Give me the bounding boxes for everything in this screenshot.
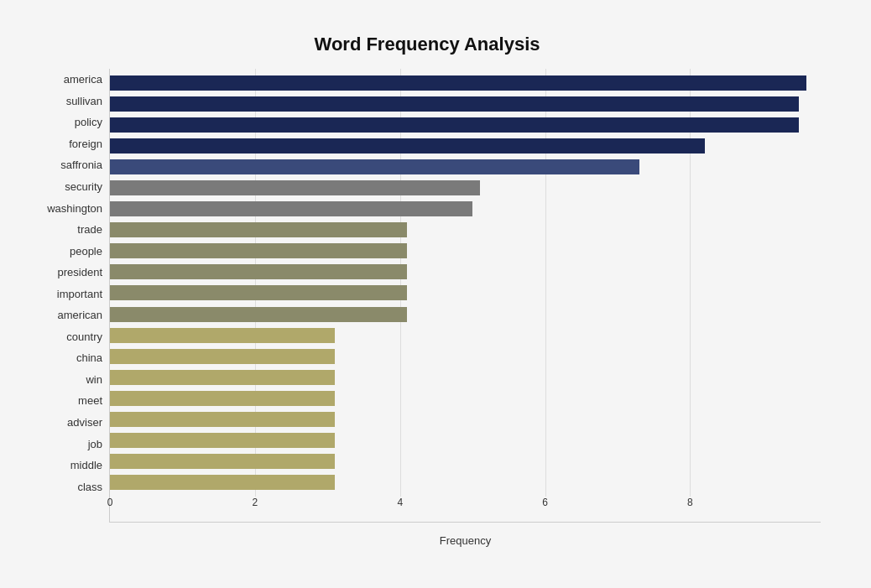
y-label: president — [34, 262, 109, 284]
bar-row — [110, 199, 821, 220]
bar — [110, 391, 335, 406]
bar — [110, 328, 335, 343]
bar — [110, 285, 407, 300]
y-label: security — [34, 176, 109, 198]
bar — [110, 264, 407, 279]
bar — [110, 349, 335, 364]
bar — [110, 138, 705, 154]
chart-area: americasullivanpolicyforeignsaffroniasec… — [34, 69, 821, 523]
bar — [110, 243, 407, 258]
y-label: china — [34, 347, 109, 369]
y-label: saffronia — [34, 154, 109, 176]
bar — [110, 159, 639, 174]
y-label: american — [34, 304, 109, 326]
bar-row — [110, 135, 821, 156]
bar — [110, 222, 407, 237]
y-label: policy — [34, 112, 109, 133]
chart-title: Word Frequency Analysis — [34, 34, 821, 55]
bar — [110, 307, 407, 322]
bar — [110, 75, 806, 91]
y-label: adviser — [34, 412, 109, 434]
bars-container — [110, 69, 821, 497]
y-label: washington — [34, 197, 109, 219]
bar — [110, 412, 335, 427]
bar-row — [110, 388, 821, 408]
bar-row — [110, 325, 821, 346]
y-label: trade — [34, 219, 109, 241]
bar-row — [110, 304, 821, 325]
bar — [110, 96, 799, 112]
chart-container: Word Frequency Analysis americasullivanp… — [17, 17, 854, 588]
y-label: america — [34, 69, 109, 91]
y-label: important — [34, 283, 109, 304]
plot-area: 02468 Frequency — [109, 69, 821, 523]
x-axis-labels: 02468 — [110, 497, 821, 522]
x-tick: 2 — [253, 497, 258, 510]
y-label: foreign — [34, 133, 109, 155]
y-label: meet — [34, 390, 109, 412]
x-tick: 0 — [107, 497, 113, 510]
y-label: country — [34, 326, 109, 348]
bar — [110, 370, 335, 385]
bar-row — [110, 93, 821, 114]
bar — [110, 454, 335, 469]
bar-row — [110, 451, 821, 472]
bar-row — [110, 472, 821, 493]
bar-row — [110, 241, 821, 262]
x-tick: 8 — [687, 497, 693, 510]
bar-row — [110, 72, 821, 93]
x-axis-title: Frequency — [110, 534, 821, 547]
y-label: class — [34, 476, 109, 497]
x-tick: 4 — [397, 497, 403, 510]
y-label: win — [34, 369, 109, 391]
bar — [110, 475, 335, 490]
bar-row — [110, 177, 821, 198]
bar-row — [110, 114, 821, 135]
bar — [110, 117, 799, 133]
bar-row — [110, 220, 821, 241]
bar-row — [110, 262, 821, 283]
bar — [110, 201, 472, 216]
bar — [110, 433, 335, 448]
bar-row — [110, 367, 821, 388]
x-tick: 6 — [542, 497, 548, 510]
y-label: people — [34, 240, 109, 262]
y-label: sullivan — [34, 91, 109, 112]
bar — [110, 180, 480, 195]
bar-row — [110, 283, 821, 304]
bar-row — [110, 430, 821, 451]
bar-row — [110, 409, 821, 430]
bar-row — [110, 156, 821, 177]
y-label: middle — [34, 455, 109, 476]
y-label: job — [34, 433, 109, 455]
y-axis: americasullivanpolicyforeignsaffroniasec… — [34, 69, 109, 523]
bar-row — [110, 346, 821, 367]
